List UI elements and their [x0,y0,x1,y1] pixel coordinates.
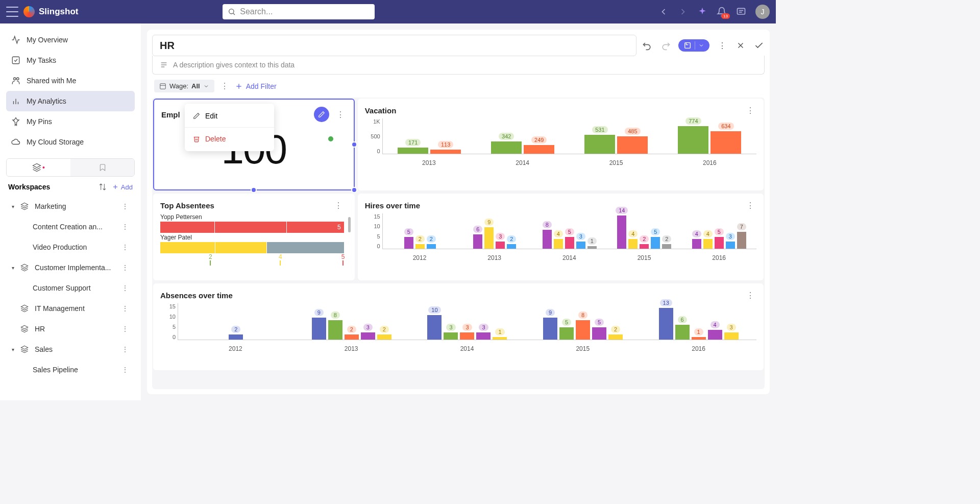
workspace-more-button[interactable]: ⋮ [118,366,132,374]
chevron-down-icon [203,83,209,89]
resize-handle-corner[interactable] [351,187,357,193]
workspace-more-button[interactable]: ⋮ [118,223,132,231]
workspace-more-button[interactable]: ⋮ [118,284,132,292]
nav-item-pins[interactable]: My Pins [6,111,135,132]
nav-item-shared[interactable]: Shared with Me [6,70,135,91]
status-indicator [328,136,333,141]
widget-title: Vacation [365,106,397,115]
menu-toggle-button[interactable] [6,7,18,17]
undo-button[interactable] [642,40,653,51]
resize-handle-bottom[interactable] [251,187,257,193]
workspace-item[interactable]: ▾Marketing⋮ [6,196,135,217]
mini-scrollbar[interactable] [348,217,351,232]
svg-rect-25 [160,83,166,89]
widget-hires[interactable]: Hires over time ⋮ 1510505226932845311442… [358,194,764,280]
workspace-label: IT Management [35,304,118,313]
search-input[interactable]: Search... [223,4,375,19]
workspace-item[interactable]: IT Management⋮ [6,298,135,319]
nav-item-label: Shared with Me [27,77,76,85]
workspace-child-label: Sales Pipeline [33,366,118,374]
workspace-more-button[interactable]: ⋮ [118,304,132,313]
absences-chart: 1510502982321033319585213614320122013201… [160,303,756,352]
chart-icon [11,97,20,106]
nav-item-analytics[interactable]: My Analytics [6,91,135,111]
nav-item-label: My Tasks [27,56,56,64]
dashboard-title-input[interactable] [152,35,636,56]
filter-wage-chip[interactable]: Wage: All [154,80,214,92]
nav-item-tasks[interactable]: My Tasks [6,50,135,70]
widget-vacation[interactable]: Vacation ⋮ 1K500017111334224953148577463… [358,99,764,190]
expand-caret-icon[interactable]: ▾ [9,347,16,352]
workspace-child-item[interactable]: Sales Pipeline⋮ [6,359,135,380]
workspace-more-button[interactable]: ⋮ [118,325,132,333]
expand-caret-icon[interactable]: ▾ [9,204,16,209]
nav-item-overview[interactable]: My Overview [6,30,135,50]
toggle-workspaces[interactable]: • [7,159,70,176]
nav-item-label: My Analytics [27,97,66,105]
workspace-item[interactable]: HR⋮ [6,319,135,339]
filter-icon [159,83,166,90]
nav-forward-button[interactable] [678,7,688,17]
close-button[interactable] [735,40,746,51]
workspaces-title: Workspaces [8,183,50,191]
workspace-icon [20,325,31,333]
notifications-button[interactable]: 13 [717,7,727,17]
description-input[interactable]: A description gives context to this data [152,56,765,75]
workspace-child-item[interactable]: Customer Support⋮ [6,278,135,298]
nav-item-cloud[interactable]: My Cloud Storage [6,132,135,152]
widget-title: Absences over time [160,291,233,300]
sort-icon[interactable] [99,183,107,191]
workspace-more-button[interactable]: ⋮ [118,202,132,210]
workspace-item[interactable]: ▾Sales⋮ [6,339,135,359]
chat-button[interactable] [736,7,746,17]
vacation-chart: 1K50001711133422495314857746342013201420… [365,118,756,166]
svg-marker-14 [21,203,28,206]
workspace-child-label: Video Production [33,243,118,251]
nav-back-button[interactable] [658,7,669,17]
add-workspace-button[interactable]: Add [112,183,133,191]
widget-more-button[interactable]: ⋮ [744,201,756,210]
plus-icon [235,82,243,90]
expand-caret-icon[interactable]: ▾ [9,265,16,271]
svg-point-0 [229,9,234,14]
save-split-button[interactable] [678,39,709,52]
dashboard-panel: ⋮ A description gives context to this da… [147,30,770,394]
notification-badge: 13 [721,13,730,19]
dashboard-canvas[interactable]: Empl ⋮ 100 [152,98,765,389]
nav-item-label: My Cloud Storage [27,138,84,146]
widget-more-button[interactable]: ⋮ [744,106,756,115]
svg-rect-19 [685,43,691,49]
user-avatar[interactable]: J [755,5,770,19]
toggle-bookmarks[interactable] [70,159,134,176]
ctx-delete-button[interactable]: Delete [185,130,274,148]
edit-widget-button[interactable] [314,107,329,122]
chevron-down-icon [698,42,704,49]
workspace-more-button[interactable]: ⋮ [118,243,132,251]
workspace-child-item[interactable]: Video Production⋮ [6,237,135,257]
confirm-button[interactable] [753,40,765,51]
more-options-button[interactable]: ⋮ [717,40,728,51]
widget-absences[interactable]: Absences over time ⋮ 1510502982321033319… [153,283,764,370]
workspace-more-button[interactable]: ⋮ [118,263,132,272]
ai-sparkle-icon[interactable] [697,7,707,17]
ctx-edit-button[interactable]: Edit [185,107,274,125]
svg-marker-17 [21,325,28,329]
nav-item-label: My Overview [27,36,68,44]
add-filter-button[interactable]: Add Filter [235,82,277,90]
widget-employees[interactable]: Empl ⋮ 100 [153,99,355,190]
widget-top-absentees[interactable]: Top Absentees ⋮ Yopp Pettersen5Yager Pat… [153,194,355,280]
widget-more-button[interactable]: ⋮ [744,291,756,300]
workspace-child-item[interactable]: Content Creation an...⋮ [6,217,135,237]
filter-more-button[interactable]: ⋮ [220,81,229,91]
save-icon [683,41,692,50]
workspace-child-label: Content Creation an... [33,223,118,231]
workspace-icon [20,304,31,313]
resize-handle-right[interactable] [351,141,357,148]
app-logo[interactable]: Slingshot [23,6,78,17]
widget-more-button[interactable]: ⋮ [332,201,345,210]
redo-button[interactable] [660,40,671,51]
widget-more-button[interactable]: ⋮ [334,110,347,119]
workspace-more-button[interactable]: ⋮ [118,345,132,353]
trash-icon [193,135,200,142]
workspace-item[interactable]: ▾Customer Implementa...⋮ [6,257,135,278]
